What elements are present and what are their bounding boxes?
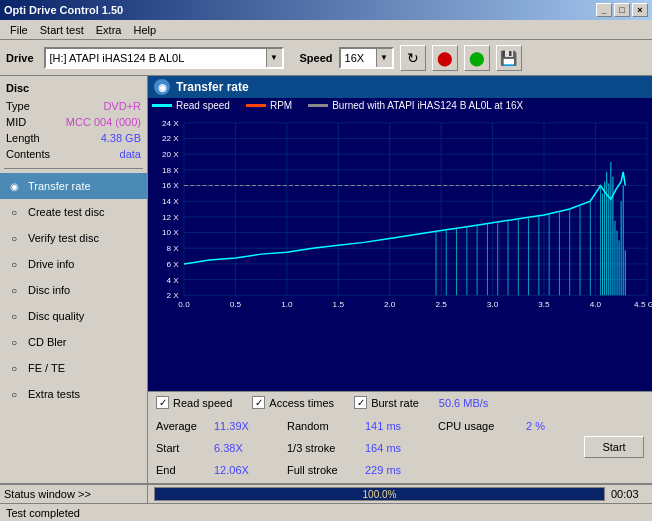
nav-drive-info[interactable]: ○ Drive info — [0, 251, 147, 277]
menu-extra[interactable]: Extra — [90, 22, 128, 38]
svg-text:0.0: 0.0 — [178, 300, 190, 309]
drive-selector[interactable]: [H:] ATAPI iHAS124 B AL0L ▼ — [44, 47, 284, 69]
nav-disc-info-icon: ○ — [6, 282, 22, 298]
completed-bar: Test completed — [0, 503, 652, 521]
disc-length-label: Length — [6, 130, 40, 146]
disc-length-value: 4.38 GB — [101, 130, 141, 146]
drive-label: Drive — [6, 52, 34, 64]
speed-selector[interactable]: 16X ▼ — [339, 47, 394, 69]
disc-info-table: Type DVD+R MID MCC 004 (000) Length 4.38… — [0, 98, 147, 162]
legend-burned: Burned with ATAPI iHAS124 B AL0L at 16X — [308, 100, 523, 111]
disc-row-mid: MID MCC 004 (000) — [6, 114, 141, 130]
nav-extra-tests-icon: ○ — [6, 386, 22, 402]
status-right: 100.0% 00:03 — [148, 485, 652, 503]
svg-text:24 X: 24 X — [162, 119, 180, 128]
checkboxes-row: ✓ Read speed ✓ Access times ✓ Burst rate… — [148, 391, 652, 413]
svg-text:3.5: 3.5 — [538, 300, 550, 309]
chart-legend: Read speed RPM Burned with ATAPI iHAS124… — [148, 98, 652, 113]
nav-transfer-rate[interactable]: ◉ Transfer rate — [0, 173, 147, 199]
nav-verify-test-disc[interactable]: ○ Verify test disc — [0, 225, 147, 251]
svg-text:6 X: 6 X — [167, 260, 180, 269]
legend-read-speed: Read speed — [152, 100, 230, 111]
svg-text:20 X: 20 X — [162, 150, 180, 159]
sidebar: Disc Type DVD+R MID MCC 004 (000) Length… — [0, 76, 148, 483]
title-bar-buttons: _ □ × — [596, 3, 648, 17]
right-panel: ◉ Transfer rate Read speed RPM Burned wi… — [148, 76, 652, 483]
menu-help[interactable]: Help — [127, 22, 162, 38]
status-window-label: Status window >> — [4, 488, 91, 500]
check-access-times-box[interactable]: ✓ — [252, 396, 265, 409]
nav-fe-te[interactable]: ○ FE / TE — [0, 355, 147, 381]
nav-disc-quality[interactable]: ○ Disc quality — [0, 303, 147, 329]
check-read-speed: ✓ Read speed — [156, 396, 232, 409]
nav-create-test-disc[interactable]: ○ Create test disc — [0, 199, 147, 225]
panel-header-icon: ◉ — [154, 79, 170, 95]
disc-contents-value: data — [120, 146, 141, 162]
nav-fe-te-icon: ○ — [6, 360, 22, 376]
disc-type-label: Type — [6, 98, 30, 114]
svg-text:12 X: 12 X — [162, 213, 180, 222]
stat-cpu-value: 2 % — [526, 420, 566, 432]
disc-section-title: Disc — [0, 80, 147, 98]
close-button[interactable]: × — [632, 3, 648, 17]
nav-transfer-rate-label: Transfer rate — [28, 180, 91, 192]
start-button[interactable]: Start — [584, 436, 644, 458]
drive-value: [H:] ATAPI iHAS124 B AL0L — [50, 52, 185, 64]
nav-fe-te-label: FE / TE — [28, 362, 65, 374]
svg-text:18 X: 18 X — [162, 166, 180, 175]
speed-label: Speed — [300, 52, 333, 64]
go-button[interactable]: ⬤ — [464, 45, 490, 71]
nav-drive-info-label: Drive info — [28, 258, 74, 270]
save-button[interactable]: 💾 — [496, 45, 522, 71]
legend-rpm: RPM — [246, 100, 292, 111]
stat-start-label: Start — [156, 442, 206, 454]
stat-13stroke-value: 164 ms — [365, 442, 420, 454]
nav-drive-info-icon: ○ — [6, 256, 22, 272]
stat-average-label: Average — [156, 420, 206, 432]
completed-text: Test completed — [6, 507, 80, 519]
nav-disc-info[interactable]: ○ Disc info — [0, 277, 147, 303]
burst-rate-value: 50.6 MB/s — [439, 397, 489, 409]
speed-dropdown-arrow[interactable]: ▼ — [376, 49, 392, 67]
disc-row-length: Length 4.38 GB — [6, 130, 141, 146]
stop-button[interactable]: ⬤ — [432, 45, 458, 71]
check-access-times: ✓ Access times — [252, 396, 334, 409]
nav-cd-bler[interactable]: ○ CD Bler — [0, 329, 147, 355]
disc-mid-value: MCC 004 (000) — [66, 114, 141, 130]
nav-create-test-disc-icon: ○ — [6, 204, 22, 220]
nav-transfer-rate-icon: ◉ — [6, 178, 22, 194]
chart-container: Read speed RPM Burned with ATAPI iHAS124… — [148, 98, 652, 391]
status-window-button[interactable]: Status window >> — [0, 485, 148, 503]
refresh-button[interactable]: ↻ — [400, 45, 426, 71]
svg-text:8 X: 8 X — [167, 244, 180, 253]
check-access-times-label: Access times — [269, 397, 334, 409]
svg-text:4 X: 4 X — [167, 276, 180, 285]
check-burst-rate-box[interactable]: ✓ — [354, 396, 367, 409]
stats-row-3: End 12.06X Full stroke 229 ms — [156, 459, 644, 481]
nav-extra-tests[interactable]: ○ Extra tests — [0, 381, 147, 407]
disc-type-value: DVD+R — [103, 98, 141, 114]
drive-dropdown-arrow[interactable]: ▼ — [266, 49, 282, 67]
stat-end-label: End — [156, 464, 206, 476]
svg-text:0.5: 0.5 — [230, 300, 242, 309]
check-burst-rate-label: Burst rate — [371, 397, 419, 409]
stats-section: Average 11.39X Random 141 ms CPU usage 2… — [148, 413, 652, 483]
menu-start-test[interactable]: Start test — [34, 22, 90, 38]
status-bar: Status window >> 100.0% 00:03 — [0, 483, 652, 503]
svg-text:16 X: 16 X — [162, 182, 180, 191]
speed-value: 16X — [345, 52, 365, 64]
menu-file[interactable]: File — [4, 22, 34, 38]
svg-text:2.0: 2.0 — [384, 300, 396, 309]
check-read-speed-box[interactable]: ✓ — [156, 396, 169, 409]
minimize-button[interactable]: _ — [596, 3, 612, 17]
legend-rpm-label: RPM — [270, 100, 292, 111]
stat-fullstroke-label: Full stroke — [287, 464, 357, 476]
legend-burned-label: Burned with ATAPI iHAS124 B AL0L at 16X — [332, 100, 523, 111]
chart-svg: 24 X 22 X 20 X 18 X 16 X 14 X 12 X 10 X … — [148, 113, 652, 309]
check-read-speed-label: Read speed — [173, 397, 232, 409]
stat-13stroke-label: 1/3 stroke — [287, 442, 357, 454]
svg-text:4.0: 4.0 — [590, 300, 602, 309]
maximize-button[interactable]: □ — [614, 3, 630, 17]
app-title: Opti Drive Control 1.50 — [4, 4, 123, 16]
svg-text:14 X: 14 X — [162, 197, 180, 206]
